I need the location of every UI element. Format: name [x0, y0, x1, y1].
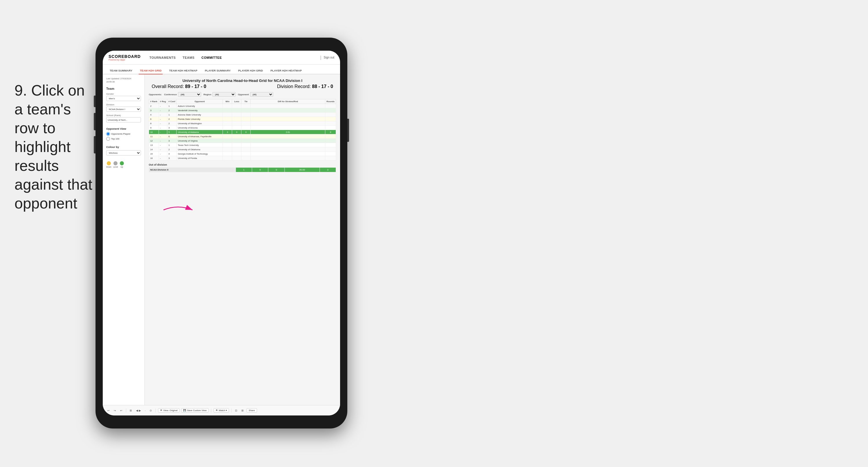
- rank-cell: 6: [149, 117, 159, 121]
- instruction-text: 9. Click on a team's row to highlight re…: [14, 81, 95, 213]
- expand-btn[interactable]: ⊞: [240, 409, 245, 413]
- opponent-view-title: Opponent View: [106, 127, 141, 130]
- out-tie: 0: [268, 168, 284, 172]
- separator-3: [211, 409, 211, 413]
- header-reg: # Reg: [159, 99, 167, 104]
- arrows-btn[interactable]: ◀·▶: [135, 409, 142, 413]
- table-row[interactable]: 8-2University of Washington: [149, 121, 336, 126]
- table-row[interactable]: 6-2Florida State University: [149, 117, 336, 121]
- tab-team-h2h-heatmap[interactable]: TEAM H2H HEATMAP: [168, 67, 198, 75]
- win-cell: [223, 143, 232, 147]
- school-input[interactable]: [106, 117, 141, 122]
- share-btn[interactable]: Share: [247, 408, 257, 413]
- conf-cell: 2: [167, 147, 177, 152]
- loss-cell: [232, 113, 241, 117]
- win-cell: [223, 134, 232, 139]
- grid-records: Overall Record: 89 - 17 - 0 Division Rec…: [149, 84, 336, 89]
- table-row[interactable]: 11-6University of Arkansas, Fayetteville: [149, 134, 336, 139]
- legend-down-label: Down: [106, 166, 112, 168]
- tab-team-summary[interactable]: TEAM SUMMARY: [108, 67, 133, 75]
- table-row[interactable]: 10-5University of Alabama3002.618: [149, 130, 336, 134]
- grid-btn[interactable]: ⊞: [128, 409, 133, 413]
- table-row[interactable]: 13-1Texas Tech University: [149, 143, 336, 147]
- filter-row: Opponents: Conference (All) Region (All): [149, 92, 336, 97]
- tab-player-h2h-heatmap[interactable]: PLAYER H2H HEATMAP: [269, 67, 303, 75]
- table-row[interactable]: 4-1Arizona State University: [149, 113, 336, 117]
- header-conf: # Conf: [167, 99, 177, 104]
- nav-tournaments[interactable]: TOURNAMENTS: [149, 55, 176, 60]
- win-cell: 3: [223, 130, 232, 134]
- table-row[interactable]: 16-3University of Florida: [149, 156, 336, 160]
- rank-cell: 2: [149, 104, 159, 108]
- out-win: 1: [236, 168, 252, 172]
- legend-level-label: Level: [113, 166, 118, 168]
- back-btn[interactable]: ↩: [119, 409, 124, 413]
- share-label: Share: [249, 409, 255, 412]
- nav-teams[interactable]: TEAMS: [183, 55, 194, 60]
- download-btn[interactable]: ⊡: [234, 409, 239, 413]
- undo-btn[interactable]: ↩: [106, 409, 111, 413]
- watch-label: Watch ▾: [219, 409, 227, 412]
- right-panel: University of North Carolina Head-to-Hea…: [145, 75, 340, 405]
- header-loss: Loss: [232, 99, 241, 104]
- colour-by-select[interactable]: Win/loss: [106, 150, 141, 155]
- division-select[interactable]: NCAA Division I: [106, 107, 141, 112]
- save-label: Save Custom View: [187, 409, 206, 412]
- save-icon: 💾: [183, 409, 186, 412]
- watch-btn[interactable]: 👁 Watch ▾: [214, 408, 229, 413]
- opponent-cell: University of Oklahoma: [177, 147, 223, 152]
- dot-btn[interactable]: ·: [144, 409, 147, 413]
- separator-2: [155, 409, 156, 413]
- table-row[interactable]: 15-4Georgia Institute of Technology: [149, 152, 336, 156]
- table-row[interactable]: 12-3University of Virginia: [149, 139, 336, 143]
- tab-player-summary[interactable]: PLAYER SUMMARY: [204, 67, 232, 75]
- radio-opponents-played[interactable]: Opponents Played: [106, 132, 141, 136]
- rank-cell: 11: [149, 134, 159, 139]
- table-row[interactable]: 2-1Auburn University: [149, 104, 336, 108]
- conference-select[interactable]: (All): [178, 92, 201, 97]
- view-original-btn[interactable]: 👁 View: Original: [158, 408, 180, 413]
- out-of-division-table: NCAA Division II 1 0 0 26.00 3: [149, 167, 336, 172]
- win-cell: [223, 113, 232, 117]
- view-label: View: Original: [163, 409, 178, 412]
- diff-cell: 2.61: [251, 130, 325, 134]
- opponent-cell: University of Alabama: [177, 130, 223, 134]
- win-cell: [223, 139, 232, 143]
- reg-cell: -: [159, 117, 167, 121]
- region-filter: Region (All): [204, 92, 236, 97]
- bottom-toolbar: ↩ ↪ ↩ ⊞ ◀·▶ · ⊙ 👁 View: Original 💾 Save …: [103, 405, 340, 415]
- refresh-btn[interactable]: ⊙: [149, 409, 153, 413]
- nav-sign-out[interactable]: Sign out: [323, 56, 334, 59]
- rank-cell: 16: [149, 156, 159, 160]
- region-select[interactable]: (All): [212, 92, 236, 97]
- rounds-cell: [325, 121, 336, 126]
- out-diff: 26.00: [284, 168, 319, 172]
- redo-btn[interactable]: ↪: [113, 409, 117, 413]
- school-label: School (Rank): [106, 114, 141, 117]
- rank-cell: 10: [149, 130, 159, 134]
- reg-cell: -: [159, 134, 167, 139]
- tablet-frame: SCOREBOARD Powered by clippd TOURNAMENTS…: [95, 38, 347, 429]
- table-row[interactable]: 9-3University of Arizona: [149, 126, 336, 130]
- tie-cell: [241, 117, 251, 121]
- colour-by-title: Colour by: [106, 145, 141, 148]
- diff-cell: [251, 134, 325, 139]
- header-win: Win: [223, 99, 232, 104]
- save-custom-view-btn[interactable]: 💾 Save Custom View: [181, 408, 208, 413]
- opponent-select[interactable]: (All): [250, 92, 273, 97]
- tab-player-h2h-grid[interactable]: PLAYER H2H GRID: [237, 67, 264, 75]
- radio-top-100[interactable]: Top 100: [106, 137, 141, 141]
- rounds-cell: [325, 104, 336, 108]
- opponent-filter-label: Opponent: [238, 93, 249, 96]
- tab-team-h2h-grid[interactable]: TEAM H2H GRID: [138, 67, 163, 75]
- table-row[interactable]: 14-2University of Oklahoma: [149, 147, 336, 152]
- table-row[interactable]: 3-2Vanderbilt University: [149, 108, 336, 113]
- tie-cell: [241, 113, 251, 117]
- legend-up-label: Up: [120, 166, 123, 168]
- gender-select[interactable]: Men's: [106, 96, 141, 101]
- diff-cell: [251, 139, 325, 143]
- conf-cell: 1: [167, 143, 177, 147]
- win-cell: [223, 156, 232, 160]
- win-cell: [223, 104, 232, 108]
- nav-committee[interactable]: COMMITTEE: [202, 55, 222, 60]
